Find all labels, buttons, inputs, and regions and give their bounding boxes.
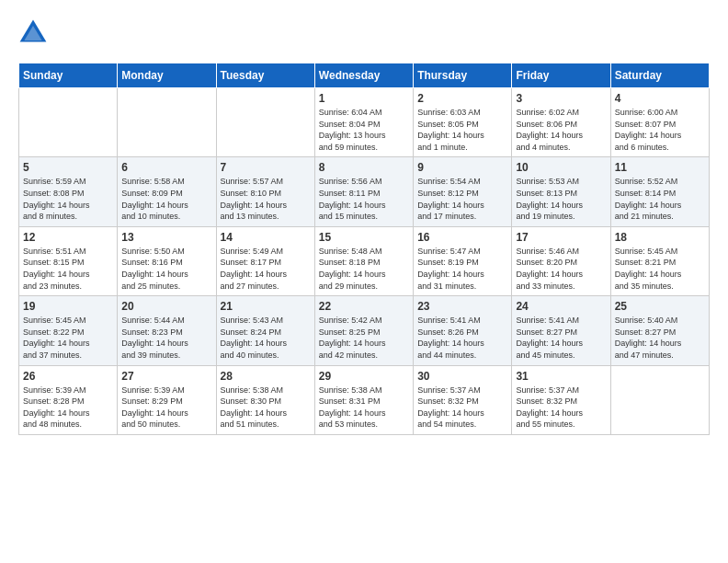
day-info: Sunrise: 5:48 AM Sunset: 8:18 PM Dayligh… bbox=[319, 246, 409, 292]
calendar-day-cell bbox=[216, 88, 314, 157]
day-number: 26 bbox=[23, 370, 113, 383]
day-info: Sunrise: 5:50 AM Sunset: 8:16 PM Dayligh… bbox=[121, 246, 211, 292]
day-info: Sunrise: 5:43 AM Sunset: 8:24 PM Dayligh… bbox=[221, 315, 311, 361]
weekday-header: Tuesday bbox=[216, 63, 314, 88]
page-header bbox=[18, 18, 710, 48]
day-info: Sunrise: 5:54 AM Sunset: 8:12 PM Dayligh… bbox=[417, 176, 507, 222]
day-number: 14 bbox=[221, 231, 311, 244]
day-number: 28 bbox=[221, 370, 311, 383]
day-info: Sunrise: 5:45 AM Sunset: 8:21 PM Dayligh… bbox=[615, 246, 705, 292]
calendar-week-row: 1Sunrise: 6:04 AM Sunset: 8:04 PM Daylig… bbox=[19, 88, 710, 157]
day-number: 30 bbox=[417, 370, 507, 383]
calendar-day-cell: 15Sunrise: 5:48 AM Sunset: 8:18 PM Dayli… bbox=[314, 226, 413, 295]
day-info: Sunrise: 5:42 AM Sunset: 8:25 PM Dayligh… bbox=[319, 315, 409, 361]
calendar-header-row: SundayMondayTuesdayWednesdayThursdayFrid… bbox=[19, 63, 710, 88]
calendar-day-cell: 23Sunrise: 5:41 AM Sunset: 8:26 PM Dayli… bbox=[414, 296, 512, 365]
day-info: Sunrise: 6:04 AM Sunset: 8:04 PM Dayligh… bbox=[319, 107, 409, 153]
day-info: Sunrise: 5:59 AM Sunset: 8:08 PM Dayligh… bbox=[23, 176, 113, 222]
calendar-day-cell: 12Sunrise: 5:51 AM Sunset: 8:15 PM Dayli… bbox=[19, 226, 118, 295]
weekday-header: Friday bbox=[512, 63, 610, 88]
calendar-day-cell: 25Sunrise: 5:40 AM Sunset: 8:27 PM Dayli… bbox=[610, 296, 709, 365]
calendar-day-cell: 5Sunrise: 5:59 AM Sunset: 8:08 PM Daylig… bbox=[19, 157, 118, 226]
day-info: Sunrise: 5:38 AM Sunset: 8:30 PM Dayligh… bbox=[221, 385, 311, 431]
calendar-day-cell: 19Sunrise: 5:45 AM Sunset: 8:22 PM Dayli… bbox=[19, 296, 118, 365]
calendar-day-cell: 16Sunrise: 5:47 AM Sunset: 8:19 PM Dayli… bbox=[414, 226, 512, 295]
day-number: 11 bbox=[615, 161, 705, 174]
day-number: 7 bbox=[221, 161, 311, 174]
day-info: Sunrise: 5:38 AM Sunset: 8:31 PM Dayligh… bbox=[319, 385, 409, 431]
day-number: 16 bbox=[417, 231, 507, 244]
day-info: Sunrise: 5:37 AM Sunset: 8:32 PM Dayligh… bbox=[516, 385, 606, 431]
day-info: Sunrise: 5:49 AM Sunset: 8:17 PM Dayligh… bbox=[221, 246, 311, 292]
day-number: 15 bbox=[319, 231, 409, 244]
day-number: 31 bbox=[516, 370, 606, 383]
calendar-day-cell: 26Sunrise: 5:39 AM Sunset: 8:28 PM Dayli… bbox=[19, 365, 118, 434]
calendar-day-cell: 8Sunrise: 5:56 AM Sunset: 8:11 PM Daylig… bbox=[314, 157, 413, 226]
day-number: 2 bbox=[417, 92, 507, 105]
day-number: 21 bbox=[221, 300, 311, 313]
day-info: Sunrise: 5:56 AM Sunset: 8:11 PM Dayligh… bbox=[319, 176, 409, 222]
calendar-day-cell: 27Sunrise: 5:39 AM Sunset: 8:29 PM Dayli… bbox=[118, 365, 216, 434]
day-info: Sunrise: 6:02 AM Sunset: 8:06 PM Dayligh… bbox=[516, 107, 606, 153]
calendar-day-cell: 20Sunrise: 5:44 AM Sunset: 8:23 PM Dayli… bbox=[118, 296, 216, 365]
day-number: 8 bbox=[319, 161, 409, 174]
calendar-day-cell bbox=[610, 365, 709, 434]
day-info: Sunrise: 5:53 AM Sunset: 8:13 PM Dayligh… bbox=[516, 176, 606, 222]
day-number: 13 bbox=[121, 231, 211, 244]
day-info: Sunrise: 5:41 AM Sunset: 8:26 PM Dayligh… bbox=[417, 315, 507, 361]
calendar-day-cell: 31Sunrise: 5:37 AM Sunset: 8:32 PM Dayli… bbox=[512, 365, 610, 434]
day-number: 5 bbox=[23, 161, 113, 174]
calendar-day-cell: 10Sunrise: 5:53 AM Sunset: 8:13 PM Dayli… bbox=[512, 157, 610, 226]
day-info: Sunrise: 5:41 AM Sunset: 8:27 PM Dayligh… bbox=[516, 315, 606, 361]
day-info: Sunrise: 5:39 AM Sunset: 8:29 PM Dayligh… bbox=[121, 385, 211, 431]
day-info: Sunrise: 6:03 AM Sunset: 8:05 PM Dayligh… bbox=[417, 107, 507, 153]
day-number: 29 bbox=[319, 370, 409, 383]
calendar-week-row: 19Sunrise: 5:45 AM Sunset: 8:22 PM Dayli… bbox=[19, 296, 710, 365]
calendar-day-cell: 17Sunrise: 5:46 AM Sunset: 8:20 PM Dayli… bbox=[512, 226, 610, 295]
day-number: 25 bbox=[615, 300, 705, 313]
day-number: 4 bbox=[615, 92, 705, 105]
day-number: 19 bbox=[23, 300, 113, 313]
calendar-day-cell: 1Sunrise: 6:04 AM Sunset: 8:04 PM Daylig… bbox=[314, 88, 413, 157]
day-info: Sunrise: 5:51 AM Sunset: 8:15 PM Dayligh… bbox=[23, 246, 113, 292]
day-info: Sunrise: 5:39 AM Sunset: 8:28 PM Dayligh… bbox=[23, 385, 113, 431]
day-number: 6 bbox=[121, 161, 211, 174]
day-info: Sunrise: 5:47 AM Sunset: 8:19 PM Dayligh… bbox=[417, 246, 507, 292]
weekday-header: Saturday bbox=[610, 63, 709, 88]
day-number: 1 bbox=[319, 92, 409, 105]
calendar-day-cell: 22Sunrise: 5:42 AM Sunset: 8:25 PM Dayli… bbox=[314, 296, 413, 365]
calendar-day-cell: 18Sunrise: 5:45 AM Sunset: 8:21 PM Dayli… bbox=[610, 226, 709, 295]
weekday-header: Thursday bbox=[414, 63, 512, 88]
logo-icon bbox=[18, 18, 48, 48]
day-number: 18 bbox=[615, 231, 705, 244]
calendar-week-row: 26Sunrise: 5:39 AM Sunset: 8:28 PM Dayli… bbox=[19, 365, 710, 434]
calendar-day-cell: 21Sunrise: 5:43 AM Sunset: 8:24 PM Dayli… bbox=[216, 296, 314, 365]
day-info: Sunrise: 5:46 AM Sunset: 8:20 PM Dayligh… bbox=[516, 246, 606, 292]
calendar-day-cell: 9Sunrise: 5:54 AM Sunset: 8:12 PM Daylig… bbox=[414, 157, 512, 226]
calendar-day-cell: 24Sunrise: 5:41 AM Sunset: 8:27 PM Dayli… bbox=[512, 296, 610, 365]
day-info: Sunrise: 5:58 AM Sunset: 8:09 PM Dayligh… bbox=[121, 176, 211, 222]
calendar-day-cell: 29Sunrise: 5:38 AM Sunset: 8:31 PM Dayli… bbox=[314, 365, 413, 434]
day-number: 12 bbox=[23, 231, 113, 244]
weekday-header: Sunday bbox=[19, 63, 118, 88]
day-number: 22 bbox=[319, 300, 409, 313]
day-info: Sunrise: 5:37 AM Sunset: 8:32 PM Dayligh… bbox=[417, 385, 507, 431]
calendar-table: SundayMondayTuesdayWednesdayThursdayFrid… bbox=[18, 63, 710, 435]
day-number: 23 bbox=[417, 300, 507, 313]
calendar-day-cell: 14Sunrise: 5:49 AM Sunset: 8:17 PM Dayli… bbox=[216, 226, 314, 295]
day-info: Sunrise: 5:57 AM Sunset: 8:10 PM Dayligh… bbox=[221, 176, 311, 222]
day-number: 10 bbox=[516, 161, 606, 174]
weekday-header: Monday bbox=[118, 63, 216, 88]
calendar-day-cell: 6Sunrise: 5:58 AM Sunset: 8:09 PM Daylig… bbox=[118, 157, 216, 226]
calendar-day-cell: 3Sunrise: 6:02 AM Sunset: 8:06 PM Daylig… bbox=[512, 88, 610, 157]
day-info: Sunrise: 5:52 AM Sunset: 8:14 PM Dayligh… bbox=[615, 176, 705, 222]
day-info: Sunrise: 5:40 AM Sunset: 8:27 PM Dayligh… bbox=[615, 315, 705, 361]
logo bbox=[18, 18, 51, 48]
day-number: 17 bbox=[516, 231, 606, 244]
calendar-day-cell: 30Sunrise: 5:37 AM Sunset: 8:32 PM Dayli… bbox=[414, 365, 512, 434]
day-number: 27 bbox=[121, 370, 211, 383]
day-info: Sunrise: 6:00 AM Sunset: 8:07 PM Dayligh… bbox=[615, 107, 705, 153]
calendar-day-cell: 2Sunrise: 6:03 AM Sunset: 8:05 PM Daylig… bbox=[414, 88, 512, 157]
weekday-header: Wednesday bbox=[314, 63, 413, 88]
calendar-day-cell: 13Sunrise: 5:50 AM Sunset: 8:16 PM Dayli… bbox=[118, 226, 216, 295]
